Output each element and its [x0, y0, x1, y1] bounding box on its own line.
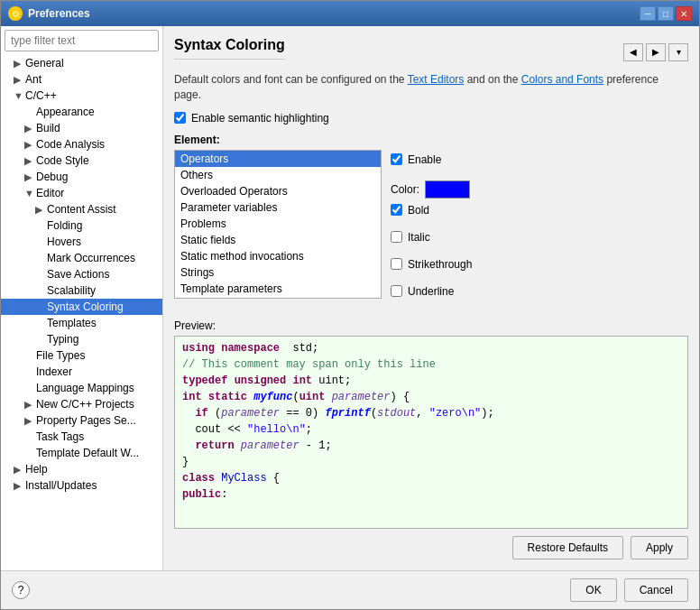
maximize-button[interactable]: □ [658, 6, 674, 21]
element-item-static-fields[interactable]: Static fields [175, 232, 381, 248]
sidebar-item-task-tags[interactable]: Task Tags [1, 429, 162, 445]
sidebar-item-typing[interactable]: Typing [1, 331, 162, 347]
sidebar-label: Appearance [36, 106, 95, 118]
enable-label[interactable]: Enable [408, 153, 441, 166]
element-item-overloaded[interactable]: Overloaded Operators [175, 183, 381, 199]
element-item-operators[interactable]: Operators [175, 151, 381, 167]
sidebar-item-file-types[interactable]: File Types [1, 347, 162, 364]
preferences-window: ⚙ Preferences ─ □ ✕ ▶ General ▶ Ant [0, 0, 700, 610]
code-line: } [182, 454, 680, 470]
colors-fonts-link[interactable]: Colors and Fonts [521, 73, 603, 86]
sidebar-label: File Types [36, 349, 85, 362]
code-line: cout << "hello\n"; [182, 421, 680, 438]
bold-checkbox[interactable] [391, 204, 402, 216]
enable-semantic-checkbox[interactable] [174, 112, 186, 124]
apply-button[interactable]: Apply [631, 536, 688, 559]
element-list[interactable]: Operators Others Overloaded Operators Pa… [174, 150, 382, 299]
sidebar-item-folding[interactable]: Folding [1, 217, 162, 234]
sidebar-item-mark-occurrences[interactable]: Mark Occurrences [1, 250, 162, 266]
bold-label[interactable]: Bold [408, 204, 429, 217]
element-item-others[interactable]: Others [175, 167, 381, 183]
element-item-problems[interactable]: Problems [175, 216, 381, 232]
sidebar-item-ant[interactable]: ▶ Ant [1, 71, 162, 88]
strikethrough-label[interactable]: Strikethrough [408, 258, 472, 271]
color-label: Color: [391, 183, 419, 196]
sidebar-item-install[interactable]: ▶ Install/Updates [1, 477, 162, 494]
semantic-highlighting-row: Enable semantic highlighting [174, 112, 688, 125]
main-split: ▶ General ▶ Ant ▼ C/C++ Appearance ▶ [1, 26, 699, 570]
sidebar-label: General [25, 57, 64, 69]
sidebar-label: Indexer [36, 365, 72, 378]
apply-buttons-row: Restore Defaults Apply [174, 536, 688, 559]
expand-icon: ▶ [24, 399, 33, 411]
sidebar-item-content-assist[interactable]: ▶ Content Assist [1, 201, 162, 217]
filter-input[interactable] [5, 30, 159, 51]
sidebar-label: Debug [36, 171, 68, 183]
cancel-button[interactable]: Cancel [624, 578, 688, 602]
close-button[interactable]: ✕ [676, 6, 692, 21]
sidebar-label: C/C++ [25, 89, 57, 102]
sidebar-item-new-cpp[interactable]: ▶ New C/C++ Projects [1, 396, 162, 412]
text-editors-link[interactable]: Text Editors [408, 73, 465, 86]
sidebar-item-save-actions[interactable]: Save Actions [1, 266, 162, 282]
color-picker-button[interactable] [425, 180, 470, 199]
sidebar-item-code-analysis[interactable]: ▶ Code Analysis [1, 136, 162, 152]
italic-row: Italic [391, 231, 472, 244]
content-area: ▶ General ▶ Ant ▼ C/C++ Appearance ▶ [1, 26, 699, 570]
help-button[interactable]: ? [12, 581, 30, 599]
element-item-static-methods[interactable]: Static method invocations [175, 248, 381, 264]
element-item-parameter-vars[interactable]: Parameter variables [175, 199, 381, 216]
title-buttons: ─ □ ✕ [640, 6, 692, 21]
element-label: Element: [174, 134, 688, 146]
underline-checkbox[interactable] [391, 285, 402, 297]
sidebar-item-debug[interactable]: ▶ Debug [1, 169, 162, 185]
forward-button[interactable]: ▶ [646, 43, 666, 61]
sidebar-item-build[interactable]: ▶ Build [1, 120, 162, 136]
sidebar: ▶ General ▶ Ant ▼ C/C++ Appearance ▶ [1, 26, 163, 570]
sidebar-item-syntax-coloring[interactable]: Syntax Coloring [1, 299, 162, 315]
sidebar-label: Code Analysis [36, 138, 105, 151]
expand-icon: ▶ [24, 415, 33, 427]
enable-semantic-label[interactable]: Enable semantic highlighting [191, 112, 329, 125]
italic-label[interactable]: Italic [408, 231, 430, 244]
minimize-button[interactable]: ─ [640, 6, 656, 21]
sidebar-label: Build [36, 122, 60, 134]
sidebar-label: Task Tags [36, 430, 84, 443]
sidebar-item-language-mappings[interactable]: Language Mappings [1, 380, 162, 396]
restore-defaults-button[interactable]: Restore Defaults [512, 536, 623, 559]
element-item-strings[interactable]: Strings [175, 264, 381, 281]
sidebar-item-indexer[interactable]: Indexer [1, 364, 162, 380]
ok-button[interactable]: OK [570, 578, 616, 602]
back-button[interactable]: ◀ [623, 43, 643, 61]
description: Default colors and font can be configure… [174, 72, 688, 103]
code-line: return parameter - 1; [182, 438, 680, 454]
element-item-template-params[interactable]: Template parameters [175, 281, 381, 297]
sidebar-item-scalability[interactable]: Scalability [1, 282, 162, 299]
sidebar-label: New C/C++ Projects [36, 398, 134, 411]
strikethrough-checkbox[interactable] [391, 258, 402, 270]
sidebar-item-templates[interactable]: Templates [1, 315, 162, 331]
element-section: Operators Others Overloaded Operators Pa… [174, 150, 688, 310]
sidebar-item-hovers[interactable]: Hovers [1, 234, 162, 250]
expand-icon: ▶ [35, 204, 44, 216]
menu-button[interactable]: ▾ [668, 43, 688, 61]
code-line: public: [182, 486, 680, 503]
enable-checkbox[interactable] [391, 153, 402, 165]
italic-checkbox[interactable] [391, 231, 402, 243]
sidebar-item-code-style[interactable]: ▶ Code Style [1, 152, 162, 169]
code-line: class MyClass { [182, 470, 680, 486]
sidebar-item-help[interactable]: ▶ Help [1, 461, 162, 477]
sidebar-item-editor[interactable]: ▼ Editor [1, 185, 162, 201]
expand-icon: ▶ [14, 480, 23, 492]
sidebar-item-template-default[interactable]: Template Default W... [1, 445, 162, 461]
sidebar-item-general[interactable]: ▶ General [1, 55, 162, 71]
sidebar-item-property-pages[interactable]: ▶ Property Pages Se... [1, 412, 162, 429]
sidebar-item-cpp[interactable]: ▼ C/C++ [1, 88, 162, 104]
sidebar-label: Help [25, 463, 48, 476]
underline-label[interactable]: Underline [408, 285, 454, 298]
right-panel: Syntax Coloring ◀ ▶ ▾ Default colors and… [163, 26, 699, 570]
sidebar-item-appearance[interactable]: Appearance [1, 104, 162, 120]
expand-icon: ▶ [24, 171, 33, 183]
title-bar: ⚙ Preferences ─ □ ✕ [1, 1, 699, 26]
sidebar-label: Install/Updates [25, 479, 97, 492]
